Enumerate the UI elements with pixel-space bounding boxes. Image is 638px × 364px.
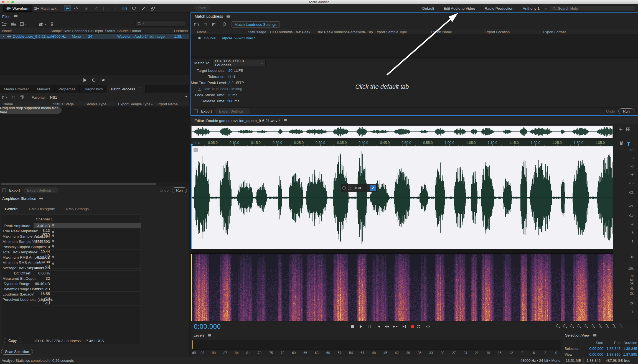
zoom-to-selection-icon[interactable] [583, 324, 588, 329]
file-row[interactable]: > Double ...cre_9-6-21.wav * 48000 Hz Mo… [0, 34, 189, 39]
scrollbar-thumb[interactable] [1, 183, 156, 185]
files-column-sample-rate[interactable]: Sample Rate [50, 29, 71, 33]
overview-waveform[interactable] [192, 126, 612, 138]
clip-thumbnail-icon[interactable] [194, 148, 198, 152]
layout-grid-icon[interactable] [626, 128, 630, 131]
pan-scroll-icon[interactable] [619, 128, 622, 131]
panel-tab-markers[interactable]: Markers [33, 85, 55, 93]
db-scale[interactable]: dB-3-6-9-15-21-21-15-9-6-3 [614, 146, 636, 249]
favorite-dropdown-icon[interactable] [185, 96, 187, 98]
batch-column-export-name[interactable]: Export Name [157, 102, 178, 106]
time-display[interactable]: 0:00.000 [194, 323, 221, 330]
duplicate-icon[interactable] [20, 95, 24, 99]
analyze-loudness-icon[interactable] [222, 22, 227, 27]
zoom-in-horizontal-icon[interactable] [569, 324, 574, 329]
panel-tab-media-browser[interactable]: Media Browser [0, 85, 33, 93]
stats-tab-rms-histogram[interactable]: RMS Histogram [29, 207, 55, 213]
vertical-zoom-locked-icon[interactable] [617, 324, 623, 329]
batch-export-settings-button[interactable]: Export Settings... [23, 187, 59, 193]
match-export-checkbox[interactable] [194, 110, 198, 113]
ml-column-export-format[interactable]: Export Format [543, 30, 566, 34]
spectral-view-toggle[interactable] [72, 5, 79, 12]
match-file-name[interactable]: Double ..._atpcre_9-6-21.wav * [204, 36, 255, 40]
hud-timer-icon[interactable] [348, 187, 351, 190]
selection-end[interactable]: 1:38.345 [603, 347, 621, 351]
files-search-input[interactable] [146, 22, 180, 26]
batch-column-export-sample-type[interactable]: Export Sample Type ▾ [118, 102, 153, 106]
ml-column-export-location[interactable]: Export Location [485, 30, 510, 34]
panel-tab-properties[interactable]: Properties [55, 85, 80, 93]
open-folder-icon[interactable] [194, 22, 199, 26]
workspace-tab-anthony-1[interactable]: Anthony 1 [523, 6, 540, 11]
open-folder-icon[interactable] [2, 22, 7, 26]
zoom-out-vertical-icon[interactable] [562, 324, 567, 329]
paste-files-icon[interactable] [212, 22, 216, 27]
remove-file-icon[interactable] [204, 22, 207, 26]
sort-dropdown-icon[interactable]: ▾ [151, 103, 153, 106]
panel-menu-icon[interactable] [208, 334, 211, 337]
more-workspaces-icon[interactable]: » [544, 6, 547, 11]
open-folder-icon[interactable] [2, 96, 7, 99]
zoom-full-icon[interactable] [604, 324, 609, 329]
stats-tab-general[interactable]: General [5, 207, 18, 213]
match-loudness-file-row[interactable]: Double ..._atpcre_9-6-21.wav * [197, 36, 255, 40]
files-column-duration[interactable]: Duration [174, 29, 188, 33]
selection-duration[interactable]: 1:38.345 [621, 347, 637, 351]
workspace-tab-edit-audio-to-video[interactable]: Edit Audio to Video [444, 6, 475, 11]
batch-column-sample-type[interactable]: Sample Type [85, 102, 106, 106]
row-expander-icon[interactable]: > [2, 34, 4, 39]
razor-tool-icon[interactable] [93, 5, 100, 12]
levels-meter[interactable] [192, 340, 561, 350]
files-list[interactable]: > Double ...cre_9-6-21.wav * 48000 Hz Mo… [0, 33, 189, 75]
filter-icon[interactable] [627, 142, 630, 144]
rewind-icon[interactable] [383, 324, 390, 329]
timeline-ruler[interactable]: hms 0:05.00:10.00:15.00:20.00:25.00:30.0… [191, 140, 613, 146]
marker-pin-icon[interactable] [52, 224, 54, 227]
batch-column-name[interactable]: Name [3, 102, 13, 106]
batch-run-button[interactable]: Run [172, 187, 187, 193]
workspace-tab-radio-production[interactable]: Radio Production [485, 6, 514, 11]
waveform-display[interactable] [191, 146, 613, 249]
file-name[interactable]: Double ...cre_9-6-21.wav * [13, 34, 55, 39]
copy-button[interactable]: Copy [4, 338, 21, 343]
release-time-value[interactable]: 200 [227, 99, 233, 103]
max-true-peak-value[interactable]: -3.2 [227, 81, 233, 85]
help-search-box[interactable] [550, 5, 636, 12]
view-end[interactable]: 1:37.895 [603, 352, 621, 357]
zoom-selection-out-point-icon[interactable] [597, 324, 602, 329]
ml-column-perceived[interactable]: Perceived [348, 30, 364, 34]
match-export-settings-button[interactable]: Export Settings... [215, 108, 250, 114]
gain-hud[interactable]: +0 dB [341, 184, 377, 192]
waveform-view-toggle[interactable] [64, 5, 71, 12]
lock-icon[interactable] [620, 142, 622, 145]
scan-selection-button[interactable]: Scan Selection [1, 349, 33, 355]
skip-to-start-icon[interactable] [375, 324, 382, 329]
ibeam-tool-icon[interactable]: I [111, 5, 119, 12]
zoom-in-vertical-icon[interactable] [555, 324, 560, 329]
hud-gain-value[interactable]: +0 dB [353, 186, 362, 190]
ml-column-peak[interactable]: Peak [302, 30, 310, 34]
stop-icon[interactable] [349, 324, 356, 329]
ml-column-clip[interactable]: % Clip [362, 30, 373, 34]
batch-export-checkbox[interactable] [2, 189, 6, 192]
view-duration[interactable]: 1:37.895 [621, 352, 637, 357]
ml-column-loudness[interactable]: Loudness [332, 30, 347, 34]
zoom-selection-in-point-icon[interactable] [590, 324, 595, 329]
files-column-status[interactable]: Status [105, 29, 115, 33]
selection-start[interactable]: 0:00.000 [586, 347, 603, 351]
marker-pin-icon[interactable] [52, 240, 54, 243]
wave-spectral-splitter[interactable] [191, 249, 613, 254]
remove-file-icon[interactable] [12, 95, 15, 99]
match-to-dropdown[interactable]: ITU-R BS.1770-3 Loudness [212, 60, 266, 66]
help-search-input[interactable] [558, 6, 627, 11]
panel-tab-batch-process[interactable]: Batch Process [107, 85, 146, 93]
ml-column-true-peak[interactable]: True Peak [316, 30, 332, 34]
move-tool-icon[interactable] [83, 5, 90, 12]
preview-autoplay-icon[interactable] [101, 78, 106, 82]
look-ahead-value[interactable]: 12 [227, 93, 231, 97]
lasso-tool-icon[interactable] [130, 5, 138, 12]
panel-menu-icon[interactable] [14, 15, 17, 18]
files-search-box[interactable] [135, 21, 186, 27]
files-column-bit-depth[interactable]: Bit Depth [88, 29, 103, 33]
match-run-button[interactable]: Run [618, 108, 634, 114]
